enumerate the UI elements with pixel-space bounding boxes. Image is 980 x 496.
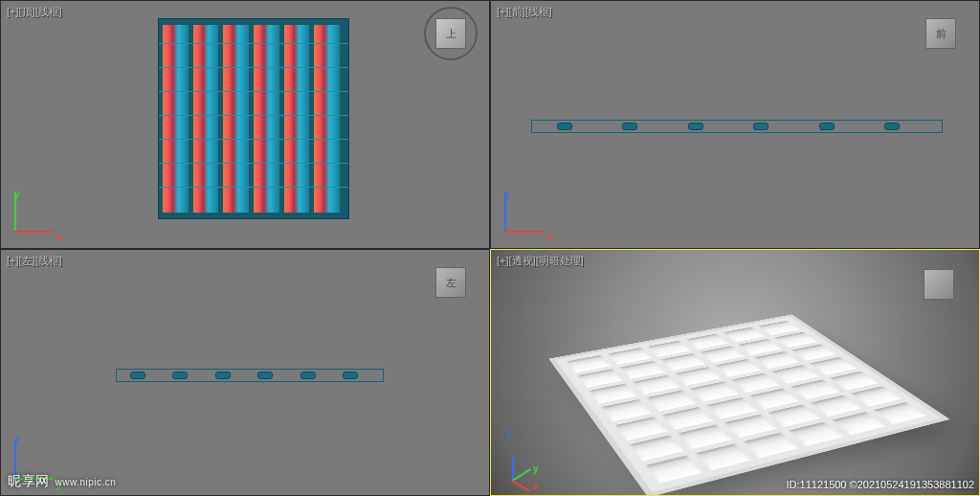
watermark: 昵享网www.nipic.cn [8, 473, 116, 490]
viewport-top[interactable]: [+][顶][线框] 上 y x [0, 0, 490, 249]
axis-gizmo-top: y x [14, 192, 60, 238]
viewport-left[interactable]: [+][左][线框] 左 z y [0, 249, 490, 496]
viewcube-face[interactable] [924, 269, 954, 300]
model-top-wireframe[interactable] [158, 18, 349, 219]
axis-gizmo-front: z x [504, 192, 550, 238]
model-left-wireframe[interactable] [116, 369, 384, 382]
viewcube-top[interactable]: 上 [430, 12, 472, 55]
viewcube-persp[interactable] [918, 263, 960, 305]
axis-gizmo-persp: z y x [504, 432, 558, 485]
viewport-top-label: [+][顶][线框] [7, 5, 63, 19]
viewport-grid: [+][顶][线框] 上 y x [+][前][线框] 前 [0, 0, 980, 496]
viewport-persp-label: [+][透视][明暗处理] [497, 254, 585, 268]
model-front-wireframe[interactable] [531, 120, 943, 133]
viewcube-face[interactable]: 上 [435, 18, 466, 49]
viewport-perspective[interactable]: [+][透视][明暗处理] z y x [490, 249, 980, 496]
image-id: ID:11121500 ©20210524191353881102 [786, 479, 974, 490]
viewport-front[interactable]: [+][前][线框] 前 z x [490, 0, 980, 249]
